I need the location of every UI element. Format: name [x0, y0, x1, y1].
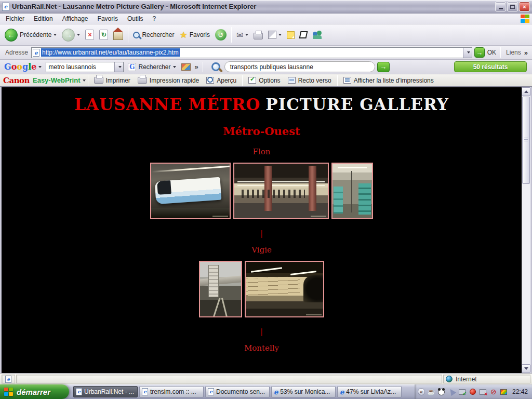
menu-favoris[interactable]: Favoris	[93, 14, 123, 24]
photo-vigie-outdoor[interactable]	[199, 261, 242, 317]
google-query-dropdown[interactable]	[114, 62, 123, 72]
scrollbar-track[interactable]	[522, 184, 530, 364]
photo-vigie-platform[interactable]	[245, 261, 324, 317]
note-icon	[287, 31, 295, 39]
minimize-button[interactable]	[495, 2, 506, 11]
edit-dropdown-icon[interactable]	[278, 34, 282, 36]
google-overflow-chevron[interactable]: »	[195, 63, 198, 71]
station-link-flon[interactable]: Flon	[2, 147, 522, 156]
page-title-red: LAUSANNE MÉTRO	[74, 95, 260, 114]
notes-button[interactable]	[284, 30, 297, 41]
ie-task-icon: e	[142, 388, 148, 395]
search-button[interactable]: Rechercher	[130, 30, 177, 40]
flon-photo-row	[2, 163, 522, 219]
google-search-input[interactable]: metro lausannois	[46, 62, 124, 72]
menu-affichage[interactable]: Affichage	[58, 14, 93, 24]
start-button[interactable]: démarrer	[0, 384, 69, 399]
photo-flon-train[interactable]	[150, 163, 231, 219]
close-button[interactable]: ×	[519, 2, 530, 11]
google-dropdown-icon[interactable]	[38, 66, 42, 68]
taskbar-clock[interactable]: 22:42	[512, 388, 528, 395]
easywebprint-dropdown-icon[interactable]	[83, 79, 86, 82]
google-logo[interactable]: Google	[4, 62, 36, 72]
windows-logo-icon	[521, 15, 530, 23]
scrollbar-thumb[interactable]	[522, 97, 530, 184]
taskbar-item-urbanrail[interactable]: e UrbanRail.Net - ...	[73, 386, 138, 397]
google-g-icon: G	[128, 63, 136, 71]
mail-dropdown-icon[interactable]	[245, 34, 248, 36]
printer-icon	[254, 33, 263, 39]
canon-duplex-button[interactable]: Recto verso	[288, 77, 331, 84]
back-button[interactable]: ← Précédente	[2, 27, 59, 43]
menu-aide[interactable]: ?	[148, 14, 161, 24]
easywebprint-label[interactable]: Easy-WebPrint	[33, 76, 81, 84]
edit-page-icon	[268, 31, 276, 39]
station-link-montelly[interactable]: Montelly	[2, 343, 522, 353]
address-dropdown-button[interactable]	[463, 48, 472, 58]
canon-options-button[interactable]: Options	[248, 77, 280, 84]
security-tray-icon[interactable]	[469, 388, 477, 396]
home-button[interactable]	[111, 28, 126, 42]
google-query: metro lausannois	[46, 63, 114, 71]
vertical-scrollbar[interactable]	[522, 87, 530, 373]
network-error-icon[interactable]	[479, 388, 487, 396]
address-url-selected[interactable]: http://www.urbanrail.net/eu/lau/lausanne…	[41, 48, 180, 57]
java-tray-icon[interactable]: ☕	[427, 388, 435, 396]
restore-button[interactable]	[507, 2, 518, 11]
scroll-up-button[interactable]	[522, 87, 530, 96]
document-icon: e	[5, 376, 11, 383]
update-check-icon[interactable]	[458, 388, 467, 396]
stop-button[interactable]: ×	[83, 28, 97, 42]
messenger-button[interactable]	[310, 29, 325, 41]
refresh-button[interactable]: ↻	[97, 28, 111, 42]
photo-flon-platform[interactable]	[233, 163, 329, 219]
links-label[interactable]: Liens	[506, 49, 521, 56]
page-title: LAUSANNE MÉTROPICTURE GALLERY	[2, 95, 522, 114]
favorites-button[interactable]: ★ Favoris	[177, 28, 212, 42]
menu-edition[interactable]: Edition	[29, 14, 58, 24]
taskbar-item-download-monica[interactable]: e 53% sur Monica...	[271, 386, 336, 397]
menu-outils[interactable]: Outils	[123, 14, 148, 24]
history-button[interactable]: ↺	[212, 28, 229, 42]
back-dropdown-icon[interactable]	[54, 34, 57, 36]
photo-credit	[311, 216, 326, 217]
edit-button[interactable]	[265, 29, 284, 41]
taskbar-item-download-livia[interactable]: e 47% sur LiviaAz...	[337, 386, 402, 397]
scroll-down-button[interactable]	[522, 364, 530, 373]
canon-printlist-button[interactable]: Afficher la liste d'impressions	[343, 77, 434, 84]
blocked-tray-icon[interactable]: ⊘	[489, 388, 498, 396]
ie-download-icon: e	[274, 388, 278, 396]
display-settings-icon[interactable]	[500, 388, 508, 396]
address-input[interactable]: e http://www.urbanrail.net/eu/lau/lausan…	[31, 47, 472, 58]
refresh-icon: ↻	[99, 30, 108, 40]
address-bar: Adresse e http://www.urbanrail.net/eu/la…	[0, 46, 532, 60]
photo-train-interior[interactable]	[331, 163, 373, 219]
google-search-button[interactable]: G Rechercher	[128, 63, 176, 71]
websearch-icon	[211, 62, 220, 71]
tray-collapse-button[interactable]: «	[418, 388, 425, 395]
links-overflow-chevron[interactable]: »	[524, 49, 528, 57]
go-arrow-icon: →	[474, 47, 485, 58]
canon-print-button[interactable]: Imprimer	[94, 77, 130, 84]
results-button[interactable]: 50 résultats	[454, 61, 527, 72]
websearch-go-button[interactable]: →	[377, 62, 390, 72]
forward-button[interactable]: →	[59, 27, 83, 43]
forward-dropdown-icon[interactable]	[77, 34, 80, 36]
station-link-vigie[interactable]: Vigie	[2, 245, 522, 255]
websearch-input[interactable]: transports publiques lausanne	[224, 61, 375, 72]
canon-quickprint-button[interactable]: Impression rapide	[138, 77, 199, 84]
antivirus-panda-icon[interactable]	[437, 388, 446, 396]
taskbar-item-trensim[interactable]: e trensim.com :: ...	[139, 386, 204, 397]
taskbar-item-documento[interactable]: e Documento sen...	[205, 386, 270, 397]
mail-button[interactable]: ✉	[234, 29, 251, 42]
menu-fichier[interactable]: Fichier	[1, 14, 29, 24]
preview-icon	[206, 77, 214, 84]
canon-preview-button[interactable]: Aperçu	[206, 77, 236, 84]
rocket-tray-icon[interactable]	[448, 388, 456, 396]
go-button[interactable]: → OK	[474, 47, 496, 58]
messenger-flag-button[interactable]	[297, 30, 310, 40]
print-button[interactable]	[251, 29, 265, 41]
google-extra-icon[interactable]	[181, 63, 191, 71]
page-title-white: PICTURE GALLERY	[265, 95, 448, 114]
google-search-dropdown-icon[interactable]	[173, 66, 176, 68]
